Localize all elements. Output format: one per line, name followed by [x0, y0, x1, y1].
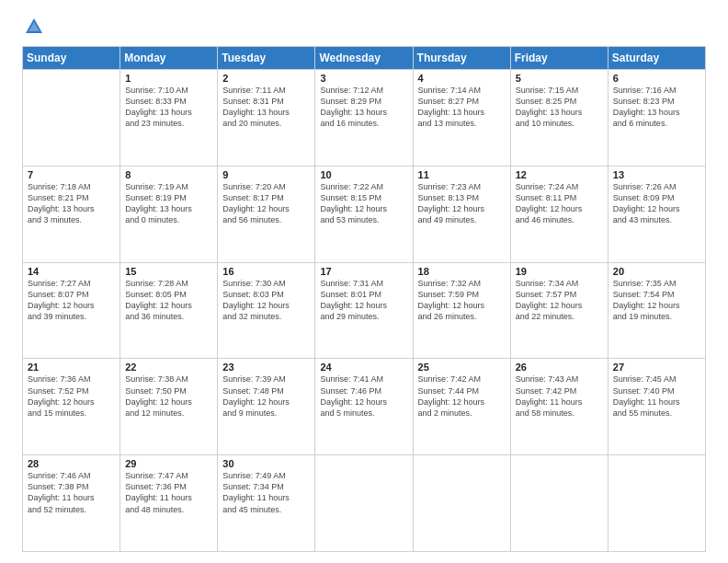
week-row-4: 28Sunrise: 7:46 AM Sunset: 7:38 PM Dayli…	[23, 455, 706, 552]
day-number: 6	[613, 73, 700, 84]
day-info: Sunrise: 7:10 AM Sunset: 8:33 PM Dayligh…	[125, 85, 212, 130]
day-cell: 30Sunrise: 7:49 AM Sunset: 7:34 PM Dayli…	[218, 455, 315, 552]
day-info: Sunrise: 7:38 AM Sunset: 7:50 PM Dayligh…	[125, 373, 212, 419]
day-info: Sunrise: 7:16 AM Sunset: 8:23 PM Dayligh…	[613, 85, 700, 130]
day-info: Sunrise: 7:30 AM Sunset: 8:03 PM Dayligh…	[222, 278, 310, 323]
day-number: 13	[613, 169, 700, 180]
day-cell: 23Sunrise: 7:39 AM Sunset: 7:48 PM Dayli…	[218, 359, 315, 455]
day-cell: 10Sunrise: 7:22 AM Sunset: 8:15 PM Dayli…	[315, 166, 413, 262]
day-info: Sunrise: 7:39 AM Sunset: 7:48 PM Dayligh…	[222, 373, 310, 419]
day-info: Sunrise: 7:18 AM Sunset: 8:21 PM Dayligh…	[28, 181, 115, 226]
day-info: Sunrise: 7:45 AM Sunset: 7:40 PM Dayligh…	[613, 373, 700, 419]
day-number: 2	[222, 73, 310, 84]
day-info: Sunrise: 7:24 AM Sunset: 8:11 PM Dayligh…	[516, 181, 603, 226]
day-cell	[608, 455, 705, 552]
weekday-wednesday: Wednesday	[315, 47, 413, 70]
calendar: SundayMondayTuesdayWednesdayThursdayFrid…	[22, 46, 706, 552]
day-number: 27	[613, 362, 700, 373]
day-cell: 26Sunrise: 7:43 AM Sunset: 7:42 PM Dayli…	[510, 359, 608, 455]
day-number: 5	[516, 73, 603, 84]
day-number: 11	[418, 169, 506, 180]
day-cell: 1Sunrise: 7:10 AM Sunset: 8:33 PM Daylig…	[120, 70, 218, 167]
day-info: Sunrise: 7:36 AM Sunset: 7:52 PM Dayligh…	[28, 373, 115, 419]
day-info: Sunrise: 7:23 AM Sunset: 8:13 PM Dayligh…	[418, 181, 506, 226]
week-row-3: 21Sunrise: 7:36 AM Sunset: 7:52 PM Dayli…	[23, 359, 706, 455]
weekday-friday: Friday	[510, 47, 608, 70]
day-number: 1	[125, 73, 212, 84]
day-cell: 4Sunrise: 7:14 AM Sunset: 8:27 PM Daylig…	[413, 70, 510, 167]
day-cell: 24Sunrise: 7:41 AM Sunset: 7:46 PM Dayli…	[315, 359, 413, 455]
day-cell: 25Sunrise: 7:42 AM Sunset: 7:44 PM Dayli…	[413, 359, 510, 455]
day-info: Sunrise: 7:22 AM Sunset: 8:15 PM Dayligh…	[320, 181, 407, 226]
day-number: 25	[418, 362, 506, 373]
weekday-monday: Monday	[120, 47, 218, 70]
day-number: 23	[222, 362, 310, 373]
day-cell	[413, 455, 510, 552]
day-cell: 17Sunrise: 7:31 AM Sunset: 8:01 PM Dayli…	[315, 262, 413, 359]
day-cell: 29Sunrise: 7:47 AM Sunset: 7:36 PM Dayli…	[120, 455, 218, 552]
day-cell	[23, 70, 120, 167]
day-number: 4	[418, 73, 506, 84]
day-cell: 2Sunrise: 7:11 AM Sunset: 8:31 PM Daylig…	[218, 70, 315, 167]
day-cell: 3Sunrise: 7:12 AM Sunset: 8:29 PM Daylig…	[315, 70, 413, 167]
day-number: 20	[613, 266, 700, 277]
weekday-tuesday: Tuesday	[218, 47, 315, 70]
day-number: 10	[320, 169, 407, 180]
day-number: 15	[125, 266, 212, 277]
day-info: Sunrise: 7:27 AM Sunset: 8:07 PM Dayligh…	[28, 278, 115, 323]
day-number: 7	[28, 169, 115, 180]
day-cell: 20Sunrise: 7:35 AM Sunset: 7:54 PM Dayli…	[608, 262, 705, 359]
week-row-1: 7Sunrise: 7:18 AM Sunset: 8:21 PM Daylig…	[23, 166, 706, 262]
day-number: 24	[320, 362, 407, 373]
day-number: 16	[222, 266, 310, 277]
day-number: 17	[320, 266, 407, 277]
week-row-2: 14Sunrise: 7:27 AM Sunset: 8:07 PM Dayli…	[23, 262, 706, 359]
day-info: Sunrise: 7:31 AM Sunset: 8:01 PM Dayligh…	[320, 278, 407, 323]
day-info: Sunrise: 7:28 AM Sunset: 8:05 PM Dayligh…	[125, 278, 212, 323]
weekday-saturday: Saturday	[608, 47, 705, 70]
logo-icon	[24, 17, 44, 37]
weekday-header-row: SundayMondayTuesdayWednesdayThursdayFrid…	[23, 47, 706, 70]
day-cell: 6Sunrise: 7:16 AM Sunset: 8:23 PM Daylig…	[608, 70, 705, 167]
day-info: Sunrise: 7:34 AM Sunset: 7:57 PM Dayligh…	[516, 278, 603, 323]
header	[22, 17, 706, 37]
day-info: Sunrise: 7:43 AM Sunset: 7:42 PM Dayligh…	[516, 373, 603, 419]
day-info: Sunrise: 7:11 AM Sunset: 8:31 PM Dayligh…	[222, 85, 310, 130]
day-info: Sunrise: 7:41 AM Sunset: 7:46 PM Dayligh…	[320, 373, 407, 419]
day-info: Sunrise: 7:19 AM Sunset: 8:19 PM Dayligh…	[125, 181, 212, 226]
weekday-sunday: Sunday	[23, 47, 120, 70]
day-info: Sunrise: 7:49 AM Sunset: 7:34 PM Dayligh…	[222, 470, 310, 515]
day-cell: 13Sunrise: 7:26 AM Sunset: 8:09 PM Dayli…	[608, 166, 705, 262]
day-cell: 28Sunrise: 7:46 AM Sunset: 7:38 PM Dayli…	[23, 455, 120, 552]
day-cell: 18Sunrise: 7:32 AM Sunset: 7:59 PM Dayli…	[413, 262, 510, 359]
day-cell: 14Sunrise: 7:27 AM Sunset: 8:07 PM Dayli…	[23, 262, 120, 359]
day-cell: 27Sunrise: 7:45 AM Sunset: 7:40 PM Dayli…	[608, 359, 705, 455]
day-info: Sunrise: 7:47 AM Sunset: 7:36 PM Dayligh…	[125, 470, 212, 515]
weekday-thursday: Thursday	[413, 47, 510, 70]
day-cell	[510, 455, 608, 552]
day-cell: 21Sunrise: 7:36 AM Sunset: 7:52 PM Dayli…	[23, 359, 120, 455]
day-cell: 7Sunrise: 7:18 AM Sunset: 8:21 PM Daylig…	[23, 166, 120, 262]
day-number: 26	[516, 362, 603, 373]
day-cell	[315, 455, 413, 552]
logo	[22, 17, 44, 37]
day-number: 12	[516, 169, 603, 180]
day-info: Sunrise: 7:12 AM Sunset: 8:29 PM Dayligh…	[320, 85, 407, 130]
day-cell: 12Sunrise: 7:24 AM Sunset: 8:11 PM Dayli…	[510, 166, 608, 262]
day-number: 30	[222, 458, 310, 469]
day-info: Sunrise: 7:42 AM Sunset: 7:44 PM Dayligh…	[418, 373, 506, 419]
day-cell: 19Sunrise: 7:34 AM Sunset: 7:57 PM Dayli…	[510, 262, 608, 359]
day-cell: 15Sunrise: 7:28 AM Sunset: 8:05 PM Dayli…	[120, 262, 218, 359]
day-number: 28	[28, 458, 115, 469]
day-info: Sunrise: 7:32 AM Sunset: 7:59 PM Dayligh…	[418, 278, 506, 323]
day-info: Sunrise: 7:15 AM Sunset: 8:25 PM Dayligh…	[516, 85, 603, 130]
day-number: 29	[125, 458, 212, 469]
day-cell: 22Sunrise: 7:38 AM Sunset: 7:50 PM Dayli…	[120, 359, 218, 455]
day-number: 19	[516, 266, 603, 277]
day-number: 3	[320, 73, 407, 84]
day-number: 9	[222, 169, 310, 180]
page: SundayMondayTuesdayWednesdayThursdayFrid…	[0, 0, 728, 563]
day-number: 21	[28, 362, 115, 373]
day-info: Sunrise: 7:26 AM Sunset: 8:09 PM Dayligh…	[613, 181, 700, 226]
day-info: Sunrise: 7:46 AM Sunset: 7:38 PM Dayligh…	[28, 470, 115, 515]
